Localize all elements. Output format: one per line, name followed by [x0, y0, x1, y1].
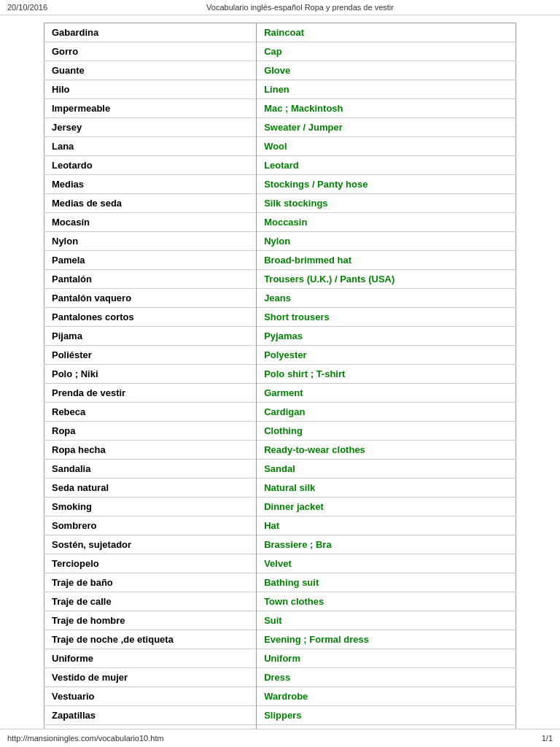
spanish-word: Traje de hombre: [44, 611, 257, 630]
spanish-word: Traje de noche ,de etiqueta: [44, 630, 257, 649]
bottom-bar: http://mansioningles.com/vocabulario10.h…: [0, 729, 560, 747]
spanish-word: Nylon: [44, 232, 257, 251]
table-row: Vestido de mujerDress: [44, 668, 516, 687]
english-word: Wool: [257, 137, 516, 156]
table-row: GorroCap: [44, 42, 516, 61]
spanish-word: Guante: [44, 61, 257, 80]
table-row: Sostén, sujetadorBrassiere ; Bra: [44, 535, 516, 554]
table-row: RopaClothing: [44, 422, 516, 441]
english-word: Raincoat: [257, 23, 516, 42]
spanish-word: Smoking: [44, 498, 257, 516]
english-word: Leotard: [257, 156, 516, 175]
spanish-word: Pijama: [44, 327, 257, 346]
table-row: LeotardoLeotard: [44, 156, 516, 175]
english-word: Bathing suit: [257, 573, 516, 592]
english-word: Sandal: [257, 460, 516, 479]
english-word: Uniform: [257, 649, 516, 668]
top-bar-title: Vocabulario inglés-español Ropa y prenda…: [206, 3, 394, 12]
english-word: Silk stockings: [257, 194, 516, 213]
bottom-bar-page: 1/1: [542, 734, 553, 743]
table-row: HiloLinen: [44, 80, 516, 99]
english-word: Cap: [257, 42, 516, 61]
english-word: Moccasin: [257, 213, 516, 232]
table-row: ImpermeableMac ; Mackintosh: [44, 99, 516, 118]
spanish-word: Hilo: [44, 80, 257, 99]
table-row: ZapatillasSlippers: [44, 706, 516, 725]
english-word: Polyester: [257, 346, 516, 365]
table-row: Polo ; NikiPolo shirt ; T-shirt: [44, 365, 516, 384]
bottom-bar-url: http://mansioningles.com/vocabulario10.h…: [7, 734, 164, 743]
spanish-word: Vestido de mujer: [44, 668, 257, 687]
spanish-word: Medias: [44, 175, 257, 194]
table-row: Traje de hombreSuit: [44, 611, 516, 630]
english-word: Slippers: [257, 706, 516, 725]
spanish-word: Pamela: [44, 251, 257, 270]
english-word: Brassiere ; Bra: [257, 535, 516, 554]
spanish-word: Pantalón vaquero: [44, 289, 257, 308]
english-word: Sweater / Jumper: [257, 118, 516, 137]
english-word: Polo shirt ; T-shirt: [257, 365, 516, 384]
english-word: Stockings / Panty hose: [257, 175, 516, 194]
english-word: Town clothes: [257, 592, 516, 611]
english-word: Trousers (U.K.) / Pants (USA): [257, 270, 516, 289]
spanish-word: Zapatillas: [44, 706, 257, 725]
english-word: Broad-brimmed hat: [257, 251, 516, 270]
spanish-word: Lana: [44, 137, 257, 156]
table-row: GabardinaRaincoat: [44, 23, 516, 42]
spanish-word: Prenda de vestir: [44, 384, 257, 403]
english-word: Short trousers: [257, 308, 516, 327]
table-row: SandaliaSandal: [44, 460, 516, 479]
table-row: SmokingDinner jacket: [44, 498, 516, 516]
spanish-word: Ropa: [44, 422, 257, 441]
table-row: SombreroHat: [44, 516, 516, 535]
spanish-word: Jersey: [44, 118, 257, 137]
table-row: PamelaBroad-brimmed hat: [44, 251, 516, 270]
table-row: PoliésterPolyester: [44, 346, 516, 365]
english-word: Mac ; Mackintosh: [257, 99, 516, 118]
top-bar: 20/10/2016 Vocabulario inglés-español Ro…: [0, 0, 560, 15]
spanish-word: Polo ; Niki: [44, 365, 257, 384]
english-word: Ready-to-wear clothes: [257, 441, 516, 460]
english-word: Cardigan: [257, 403, 516, 422]
spanish-word: Impermeable: [44, 99, 257, 118]
english-word: Natural silk: [257, 479, 516, 498]
vocabulary-table: GabardinaRaincoatGorroCapGuanteGloveHilo…: [44, 23, 516, 744]
english-word: Clothing: [257, 422, 516, 441]
english-word: Garment: [257, 384, 516, 403]
spanish-word: Terciopelo: [44, 554, 257, 573]
table-row: Seda naturalNatural silk: [44, 479, 516, 498]
english-word: Suit: [257, 611, 516, 630]
table-row: NylonNylon: [44, 232, 516, 251]
english-word: Pyjamas: [257, 327, 516, 346]
spanish-word: Sombrero: [44, 516, 257, 535]
spanish-word: Gorro: [44, 42, 257, 61]
spanish-word: Medias de seda: [44, 194, 257, 213]
spanish-word: Pantalones cortos: [44, 308, 257, 327]
spanish-word: Ropa hecha: [44, 441, 257, 460]
english-word: Hat: [257, 516, 516, 535]
table-row: JerseySweater / Jumper: [44, 118, 516, 137]
page-content: GabardinaRaincoatGorroCapGuanteGloveHilo…: [0, 15, 560, 747]
table-row: VestuarioWardrobe: [44, 687, 516, 706]
english-word: Jeans: [257, 289, 516, 308]
spanish-word: Seda natural: [44, 479, 257, 498]
table-row: MocasínMoccasin: [44, 213, 516, 232]
spanish-word: Poliéster: [44, 346, 257, 365]
table-row: LanaWool: [44, 137, 516, 156]
spanish-word: Mocasín: [44, 213, 257, 232]
spanish-word: Rebeca: [44, 403, 257, 422]
table-row: GuanteGlove: [44, 61, 516, 80]
spanish-word: Sostén, sujetador: [44, 535, 257, 554]
spanish-word: Traje de calle: [44, 592, 257, 611]
table-row: RebecaCardigan: [44, 403, 516, 422]
english-word: Linen: [257, 80, 516, 99]
english-word: Velvet: [257, 554, 516, 573]
table-row: PantalónTrousers (U.K.) / Pants (USA): [44, 270, 516, 289]
english-word: Evening ; Formal dress: [257, 630, 516, 649]
table-row: MediasStockings / Panty hose: [44, 175, 516, 194]
english-word: Nylon: [257, 232, 516, 251]
english-word: Wardrobe: [257, 687, 516, 706]
table-row: PijamaPyjamas: [44, 327, 516, 346]
table-row: TerciopeloVelvet: [44, 554, 516, 573]
spanish-word: Traje de baño: [44, 573, 257, 592]
